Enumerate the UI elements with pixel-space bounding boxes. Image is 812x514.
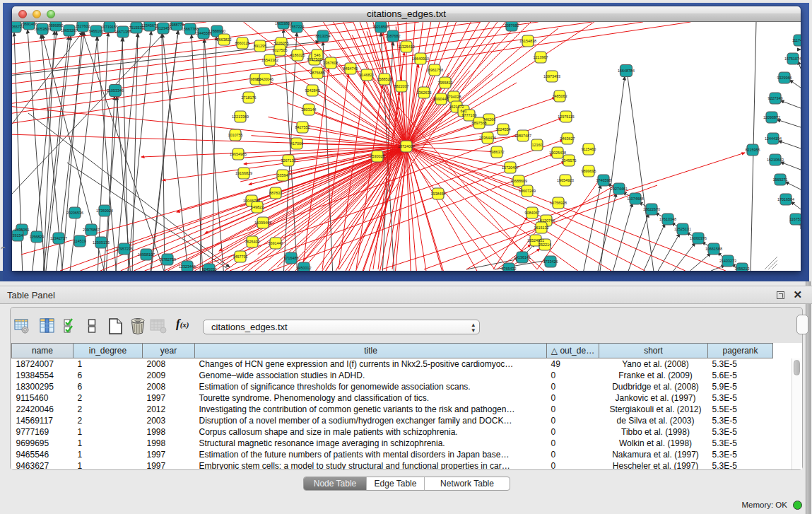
svg-text:887833: 887833	[269, 191, 282, 195]
svg-text:6794028: 6794028	[447, 95, 461, 99]
svg-text:16210643: 16210643	[767, 158, 784, 162]
svg-text:16543382: 16543382	[261, 58, 278, 62]
svg-text:8427552: 8427552	[295, 125, 310, 129]
svg-text:20691406: 20691406	[20, 22, 37, 26]
svg-text:17613348: 17613348	[659, 217, 676, 221]
svg-text:9886890: 9886890	[49, 23, 64, 28]
svg-text:1362635: 1362635	[417, 90, 432, 95]
svg-text:20206536: 20206536	[66, 211, 83, 215]
svg-text:1549575: 1549575	[562, 158, 577, 163]
svg-text:19654923: 19654923	[557, 178, 574, 182]
svg-text:8822037: 8822037	[394, 84, 409, 88]
svg-text:8660125: 8660125	[235, 41, 250, 45]
svg-text:15751074: 15751074	[784, 57, 801, 61]
svg-text:10046788: 10046788	[243, 199, 260, 203]
svg-text:12444194: 12444194	[765, 136, 782, 141]
svg-text:12975115: 12975115	[558, 115, 575, 119]
svg-text:10025438: 10025438	[549, 151, 566, 155]
svg-text:15720407: 15720407	[502, 165, 519, 170]
svg-text:12342737: 12342737	[50, 236, 67, 240]
svg-text:21053346: 21053346	[107, 88, 124, 93]
svg-text:16782759: 16782759	[159, 257, 176, 262]
svg-text:9899695: 9899695	[582, 169, 596, 173]
svg-text:8454749: 8454749	[343, 66, 358, 71]
svg-text:9777169: 9777169	[462, 113, 477, 117]
svg-text:9227349: 9227349	[768, 96, 783, 100]
svg-text:17016504: 17016504	[777, 197, 794, 201]
svg-text:417006: 417006	[290, 141, 303, 146]
svg-text:18724007: 18724007	[398, 144, 415, 148]
svg-text:3716485: 3716485	[284, 256, 299, 260]
svg-text:10653267: 10653267	[61, 28, 78, 33]
svg-text:10973493: 10973493	[543, 74, 560, 78]
svg-text:1938454: 1938454	[431, 192, 446, 196]
svg-text:10688609: 10688609	[510, 179, 527, 183]
svg-text:1213967: 1213967	[534, 55, 548, 59]
svg-text:12213369: 12213369	[232, 115, 249, 119]
svg-text:20274461: 20274461	[611, 187, 628, 191]
svg-text:9457791: 9457791	[233, 255, 248, 259]
svg-text:9329966: 9329966	[777, 76, 792, 80]
svg-text:9463627: 9463627	[560, 136, 575, 141]
svg-text:14136141: 14136141	[514, 255, 531, 259]
svg-text:9242843: 9242843	[305, 88, 320, 93]
svg-text:2803144: 2803144	[302, 107, 317, 112]
svg-text:53594: 53594	[278, 173, 288, 177]
svg-text:18622670: 18622670	[643, 207, 660, 211]
svg-text:16099469: 16099469	[254, 221, 271, 225]
svg-text:7663822: 7663822	[217, 37, 232, 42]
svg-text:891295: 891295	[254, 44, 266, 48]
svg-text:7557224: 7557224	[290, 25, 305, 29]
svg-text:11074688: 11074688	[627, 197, 644, 201]
svg-text:10958107: 10958107	[138, 252, 155, 257]
svg-text:23975867: 23975867	[83, 228, 100, 232]
svg-text:116753: 116753	[789, 217, 801, 221]
svg-text:9084067: 9084067	[525, 211, 540, 215]
svg-text:10719155: 10719155	[101, 25, 118, 29]
svg-text:1588520: 1588520	[377, 77, 392, 81]
svg-text:16671355: 16671355	[114, 30, 131, 34]
svg-text:9327505: 9327505	[273, 48, 288, 52]
svg-text:1435061: 1435061	[15, 228, 30, 232]
svg-text:6466160: 6466160	[89, 29, 104, 33]
svg-text:9327508: 9327508	[307, 57, 322, 62]
svg-text:7955812: 7955812	[438, 81, 453, 85]
svg-text:9450012: 9450012	[297, 266, 312, 270]
svg-text:7485063: 7485063	[553, 94, 567, 98]
svg-text:17888990: 17888990	[208, 29, 225, 33]
svg-text:17957235: 17957235	[116, 247, 133, 251]
svg-text:7986372: 7986372	[490, 150, 505, 154]
svg-text:8813054: 8813054	[316, 34, 331, 38]
svg-text:5226055: 5226055	[274, 41, 289, 45]
svg-text:12505135: 12505135	[93, 240, 110, 245]
svg-text:2530025: 2530025	[370, 154, 385, 158]
svg-text:3875685: 3875685	[310, 71, 325, 75]
svg-text:16120746: 16120746	[538, 218, 555, 223]
svg-text:20364436: 20364436	[479, 136, 496, 140]
svg-text:8215955: 8215955	[746, 148, 760, 152]
svg-text:6897568: 6897568	[472, 121, 487, 125]
svg-text:3267130: 3267130	[281, 158, 296, 163]
svg-text:1117444: 1117444	[792, 38, 801, 42]
svg-text:10756928: 10756928	[550, 201, 567, 205]
svg-text:549822: 549822	[251, 205, 264, 209]
svg-text:16640910: 16640910	[412, 57, 429, 61]
svg-text:546: 546	[314, 53, 321, 57]
svg-text:11325419: 11325419	[398, 45, 415, 49]
svg-text:8186325: 8186325	[290, 53, 305, 57]
svg-text:22420046: 22420046	[257, 77, 273, 81]
svg-text:1569271: 1569271	[773, 177, 788, 182]
svg-text:114519: 114519	[73, 239, 86, 243]
svg-text:12160: 12160	[532, 143, 543, 147]
svg-text:1733426: 1733426	[543, 259, 558, 264]
svg-text:10807487: 10807487	[514, 134, 531, 138]
svg-text:8765432: 8765432	[502, 267, 517, 271]
svg-text:21433273: 21433273	[719, 259, 736, 263]
svg-text:2367608: 2367608	[324, 61, 339, 65]
svg-text:16060376: 16060376	[690, 236, 707, 240]
svg-text:12525131: 12525131	[674, 227, 691, 231]
svg-text:19654985: 19654985	[230, 152, 247, 156]
svg-text:10661588: 10661588	[705, 247, 722, 251]
svg-text:19218506: 19218506	[372, 25, 389, 29]
svg-text:12323446: 12323446	[179, 264, 196, 269]
